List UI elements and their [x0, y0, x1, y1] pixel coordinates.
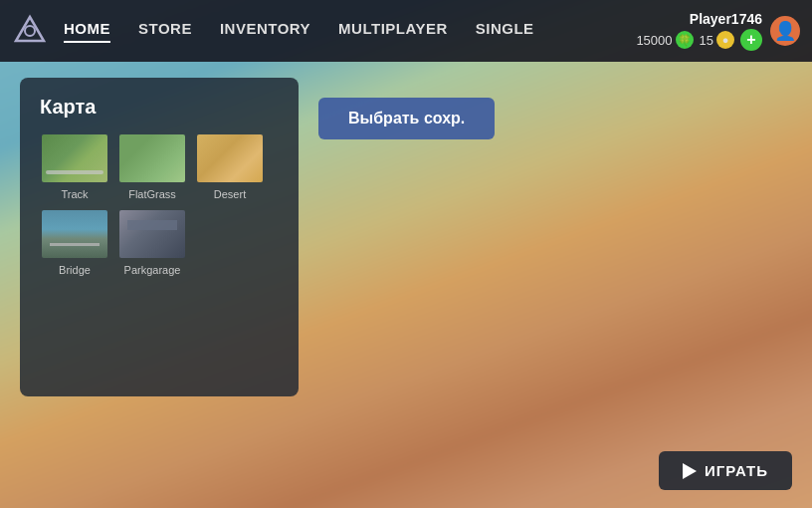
play-label: ИГРАТЬ — [705, 462, 768, 479]
nav-multiplayer[interactable]: MULTIPLAYER — [338, 20, 448, 43]
username: Player1746 — [690, 11, 762, 27]
map-thumb-flatgrass — [117, 132, 187, 184]
user-area: Player1746 15000 🍀 15 ● + 👤 — [636, 11, 800, 51]
right-panel: Выбрать сохр. — [318, 78, 792, 139]
gems-value: 15000 — [636, 33, 672, 48]
map-item-flatgrass[interactable]: FlatGrass — [117, 132, 187, 200]
panel-title: Карта — [40, 96, 279, 119]
map-thumb-parkgarage — [117, 208, 187, 260]
main-content: Карта Track FlatGrass — [0, 62, 812, 508]
add-currency-button[interactable]: + — [740, 29, 762, 51]
select-save-button[interactable]: Выбрать сохр. — [318, 98, 495, 139]
nav-home[interactable]: HOME — [64, 20, 110, 43]
coins-value: 15 — [700, 33, 713, 48]
map-item-parkgarage[interactable]: Parkgarage — [117, 208, 187, 276]
play-icon — [683, 463, 697, 479]
map-label-track: Track — [61, 188, 88, 200]
nav-links: HOME STORE INVENTORY MULTIPLAYER SINGLE — [64, 20, 636, 43]
play-button[interactable]: ИГРАТЬ — [659, 451, 792, 490]
nav-store[interactable]: STORE — [138, 20, 192, 43]
coin-icon: ● — [716, 31, 734, 49]
svg-marker-0 — [16, 17, 44, 41]
map-item-desert[interactable]: Desert — [195, 132, 265, 200]
map-panel: Карта Track FlatGrass — [20, 78, 299, 396]
map-label-bridge: Bridge — [59, 264, 91, 276]
play-button-container: ИГРАТЬ — [659, 451, 792, 490]
map-label-desert: Desert — [214, 188, 246, 200]
map-grid: Track FlatGrass Desert — [40, 132, 279, 276]
logo-icon[interactable] — [12, 13, 48, 49]
map-thumb-bridge — [40, 208, 109, 260]
map-item-track[interactable]: Track — [40, 132, 109, 200]
map-label-flatgrass: FlatGrass — [128, 188, 176, 200]
nav-inventory[interactable]: INVENTORY — [220, 20, 310, 43]
user-avatar[interactable]: 👤 — [770, 16, 800, 46]
svg-point-1 — [25, 26, 35, 36]
currency-area: 15000 🍀 15 ● + — [636, 29, 762, 51]
map-thumb-desert — [195, 132, 265, 184]
gems-display: 15000 🍀 — [636, 31, 693, 49]
map-item-bridge[interactable]: Bridge — [40, 208, 109, 276]
map-label-parkgarage: Parkgarage — [124, 264, 181, 276]
coins-display: 15 ● — [700, 31, 734, 49]
nav-single[interactable]: SINGLE — [476, 20, 534, 43]
content-row: Карта Track FlatGrass — [20, 78, 792, 492]
gem-icon: 🍀 — [676, 31, 694, 49]
user-info: Player1746 15000 🍀 15 ● + — [636, 11, 762, 51]
map-thumb-track — [40, 132, 109, 184]
navbar: HOME STORE INVENTORY MULTIPLAYER SINGLE … — [0, 0, 812, 62]
